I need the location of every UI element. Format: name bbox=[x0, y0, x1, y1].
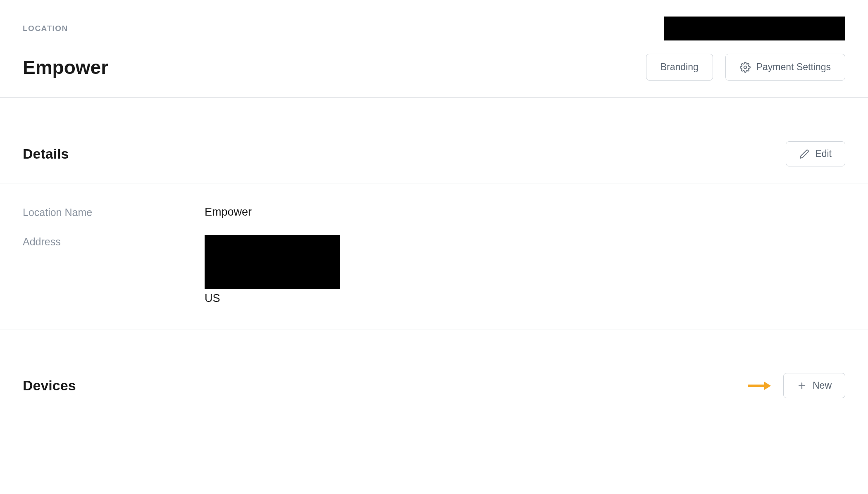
address-label: Address bbox=[23, 235, 205, 248]
edit-button[interactable]: Edit bbox=[786, 141, 845, 166]
breadcrumb-location: LOCATION bbox=[23, 24, 68, 33]
details-body: Location Name Empower Address US bbox=[0, 183, 868, 330]
new-device-button[interactable]: New bbox=[783, 373, 845, 398]
branding-button-label: Branding bbox=[661, 62, 699, 73]
header-section: LOCATION Empower Branding Payment Settin… bbox=[0, 0, 868, 97]
devices-title: Devices bbox=[23, 378, 76, 394]
location-name-value: Empower bbox=[205, 206, 252, 218]
plus-icon bbox=[797, 381, 807, 391]
gear-icon bbox=[740, 62, 751, 73]
redacted-block-top bbox=[664, 17, 845, 40]
details-title: Details bbox=[23, 146, 69, 162]
svg-point-0 bbox=[744, 66, 746, 69]
payment-settings-button[interactable]: Payment Settings bbox=[725, 54, 845, 81]
edit-button-label: Edit bbox=[815, 148, 832, 159]
address-value: US bbox=[205, 235, 340, 305]
arrow-right-icon bbox=[748, 381, 771, 391]
payment-settings-button-label: Payment Settings bbox=[756, 62, 831, 73]
detail-row-location-name: Location Name Empower bbox=[23, 206, 845, 218]
address-country: US bbox=[205, 292, 340, 305]
redacted-address-block bbox=[205, 235, 340, 289]
devices-divider-gap bbox=[0, 330, 868, 357]
branding-button[interactable]: Branding bbox=[646, 54, 713, 81]
details-section-header: Details Edit bbox=[0, 125, 868, 183]
header-actions: Branding Payment Settings bbox=[646, 54, 845, 81]
svg-marker-2 bbox=[764, 382, 771, 390]
pencil-icon bbox=[799, 149, 809, 159]
new-device-button-label: New bbox=[813, 380, 832, 391]
devices-section-header: Devices New bbox=[0, 357, 868, 414]
divider-gap bbox=[0, 97, 868, 125]
page-title: Empower bbox=[23, 56, 108, 78]
location-name-label: Location Name bbox=[23, 206, 205, 218]
detail-row-address: Address US bbox=[23, 235, 845, 305]
